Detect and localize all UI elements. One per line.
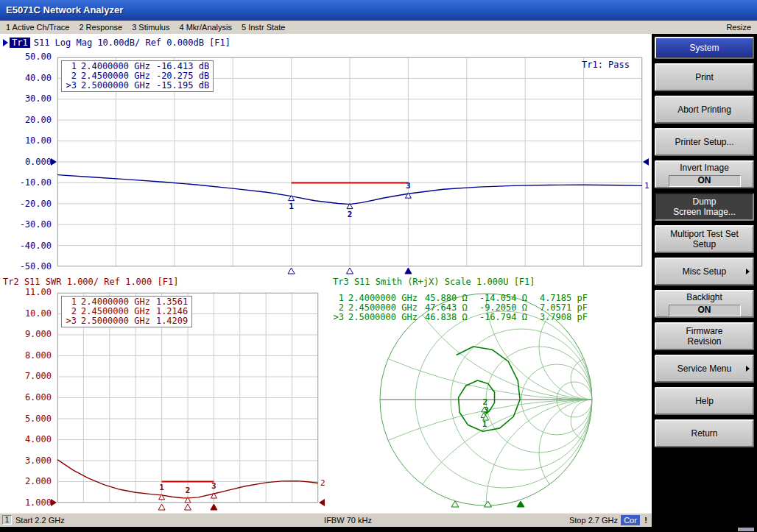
y-tick-label: 7.000	[25, 372, 52, 381]
y-tick-label: -20.00	[20, 199, 52, 209]
menu-item[interactable]: 3 Stimulus	[132, 23, 169, 32]
y-tick-label: 11.00	[25, 288, 52, 297]
softkey-button[interactable]: Abort Printing	[655, 96, 754, 124]
marker-number: 1	[289, 202, 294, 211]
y-tick-label: 30.00	[25, 94, 52, 104]
ref-level-marker-right	[643, 158, 649, 166]
softkey-label: Multiport Test Set Setup	[670, 229, 738, 249]
softkey-label: Abort Printing	[677, 104, 731, 115]
window-title: E5071C Network Analyzer	[6, 4, 123, 15]
y-tick-label: 20.00	[25, 116, 52, 125]
trace-number: 1	[644, 181, 649, 191]
softkey-label: Print	[695, 72, 714, 82]
marker-readout-row: >32.5000000 GHz-15.195 dB	[66, 81, 209, 91]
alert-indicator: !	[641, 515, 650, 525]
tr1-y-axis-ticks: 50.0040.0030.0020.0010.000.000-10.00-20.…	[13, 52, 52, 272]
submenu-arrow-icon	[746, 366, 750, 372]
marker-axis-indicator	[485, 501, 492, 507]
softkey-label: Backlight	[686, 292, 722, 302]
status-bar: 1 Start 2.2 GHz IFBW 70 kHz Stop 2.7 GHz…	[0, 513, 652, 527]
y-tick-label: 0.000	[25, 157, 52, 167]
softkey-button[interactable]: Firmware Revision	[655, 322, 754, 350]
softkey-label: Firmware Revision	[686, 326, 723, 347]
y-tick-label: -50.00	[20, 262, 52, 272]
tr1-limit-test-result: Tr1: Pass	[582, 60, 630, 70]
softkey-value: ON	[669, 175, 741, 187]
marker-axis-indicator	[185, 504, 191, 510]
softkey-label: Invert Image	[680, 163, 729, 173]
marker-axis-indicator	[288, 268, 295, 274]
marker-number: 2	[186, 486, 191, 495]
marker-axis-indicator	[517, 501, 524, 507]
y-tick-label: 10.00	[25, 136, 52, 146]
y-tick-label: 1.000	[25, 498, 52, 508]
softkey-button[interactable]: Printer Setup...	[655, 128, 754, 156]
softkey-label: Dump Screen Image...	[673, 196, 736, 217]
marker-axis-indicator	[211, 504, 217, 510]
tr2-header: Tr2 S11 SWR 1.000/ Ref 1.000 [F1]	[3, 277, 178, 287]
y-tick-label: 5.000	[25, 414, 52, 424]
softkey-button[interactable]: Return	[655, 419, 754, 447]
softkey-label: Service Menu	[677, 363, 731, 374]
softkey-button[interactable]: Dump Screen Image...	[655, 193, 754, 221]
y-tick-label: 10.00	[25, 309, 52, 319]
marker-readout-row: >32.5000000 GHz1.4209	[66, 316, 188, 326]
tr3-header: Tr3 S11 Smith (R+jX) Scale 1.000U [F1]	[333, 277, 535, 287]
softkey-button[interactable]: Invert Image ON	[655, 160, 754, 188]
y-tick-label: -30.00	[20, 220, 52, 230]
ref-level-marker-left	[51, 158, 57, 166]
ifbw-readout: IFBW 70 kHz	[44, 516, 652, 525]
marker-number: 3	[484, 405, 489, 415]
marker-number: 2	[348, 210, 353, 219]
menu-item[interactable]: 5 Instr State	[242, 23, 285, 32]
menu-item[interactable]: 4 Mkr/Analysis	[179, 23, 232, 32]
softkey-button[interactable]: Misc Setup	[655, 258, 754, 285]
softkey-label: Help	[695, 396, 714, 406]
softkey-button[interactable]: System	[655, 37, 754, 59]
menu-item[interactable]: 1 Active Ch/Trace	[6, 23, 69, 32]
tr1-title: S11 Log Mag 10.00dB/ Ref 0.000dB [F1]	[34, 38, 230, 48]
y-tick-label: 3.000	[25, 456, 52, 466]
softkey-menu: System Print Abort Printing Printer Setu…	[652, 34, 757, 527]
marker-number: 1	[159, 483, 164, 492]
tr1-header: Tr1 S11 Log Mag 10.00dB/ Ref 0.000dB [F1…	[3, 38, 230, 48]
y-tick-label: 8.000	[25, 351, 52, 361]
active-trace-arrow-icon	[3, 39, 8, 46]
tr1-badge: Tr1	[10, 38, 30, 48]
correction-status-badge: Cor	[621, 515, 640, 525]
channel-indicator: 1	[2, 515, 12, 525]
marker-axis-indicator	[405, 268, 412, 274]
resize-control[interactable]: Resize	[726, 23, 757, 32]
softkey-button[interactable]: Service Menu	[655, 355, 754, 383]
y-tick-label: 40.00	[25, 74, 52, 83]
menu-items: 1 Active Ch/Trace2 Response3 Stimulus4 M…	[0, 23, 726, 32]
marker-number: 3	[406, 181, 411, 191]
tr3-smith-chart: 123	[324, 293, 652, 514]
softkey-button[interactable]: Help	[655, 387, 754, 415]
softkey-button[interactable]: Print	[655, 63, 754, 91]
y-tick-label: -40.00	[20, 241, 52, 251]
softkey-label: System	[689, 43, 719, 53]
ref-level-marker-left	[51, 499, 57, 506]
y-tick-label: 2.000	[25, 477, 52, 486]
marker-axis-indicator	[347, 268, 353, 274]
softkey-button[interactable]: Backlight ON	[655, 290, 754, 318]
y-tick-label: -10.00	[20, 178, 52, 188]
submenu-arrow-icon	[746, 269, 750, 274]
y-tick-label: 6.000	[25, 393, 52, 402]
instrument-display: Tr1 S11 Log Mag 10.00dB/ Ref 0.000dB [F1…	[0, 34, 652, 514]
menu-bar: 1 Active Ch/Trace2 Response3 Stimulus4 M…	[0, 21, 757, 35]
softkey-label: Return	[691, 428, 717, 439]
title-bar: E5071C Network Analyzer	[0, 0, 757, 21]
softkey-label: Misc Setup	[683, 266, 726, 277]
tr2-marker-table: 12.4000000 GHz1.3561 22.4500000 GHz1.214…	[61, 296, 192, 327]
marker-readout-row: >32.5000000 GHz46.838 Ω-16.794 Ω3.7908 p…	[333, 313, 588, 322]
marker-number: 3	[211, 481, 216, 491]
softkey-value: ON	[669, 305, 741, 316]
menu-item[interactable]: 2 Response	[79, 23, 122, 32]
marker-axis-indicator	[158, 504, 165, 510]
tr3-marker-table: 12.4000000 GHz45.880 Ω-14.054 Ω4.7185 pF…	[333, 294, 588, 322]
softkey-button[interactable]: Multiport Test Set Setup	[655, 225, 754, 253]
y-tick-label: 9.000	[25, 330, 52, 339]
softkey-label: Printer Setup...	[675, 137, 733, 147]
